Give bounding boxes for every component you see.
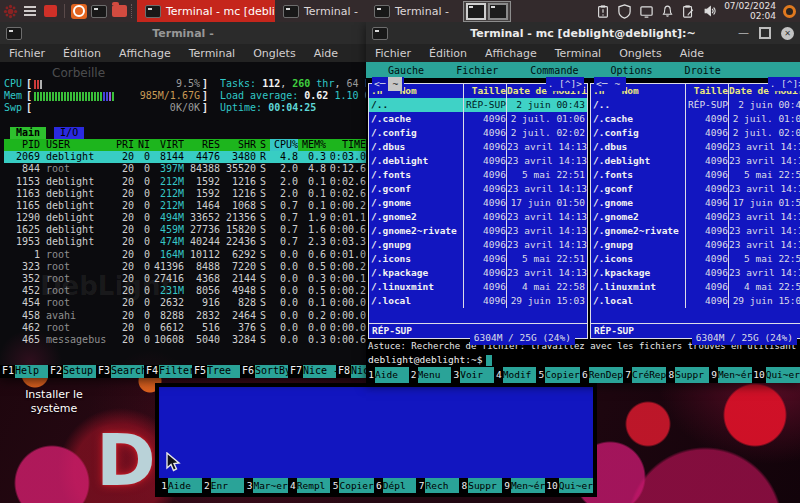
panel-path[interactable]: ~: [610, 77, 624, 91]
file-row[interactable]: /.dbus409623 avril 14:13: [591, 140, 800, 154]
menu-fichier[interactable]: Fichier: [456, 65, 498, 76]
workspace-1[interactable]: [466, 3, 486, 20]
process-row[interactable]: 352root2002741643682144S0.00.30:00.18: [4, 273, 366, 285]
file-row[interactable]: /.local409629 juin 15:03: [591, 294, 800, 308]
menu-affichage[interactable]: Affichage: [485, 47, 537, 60]
htop-tab-i/o[interactable]: I/O: [54, 127, 84, 139]
fkey-F5[interactable]: F5Tree: [192, 365, 240, 378]
menu-édition[interactable]: Édition: [63, 47, 101, 60]
fkey-F8[interactable]: F8Nice +: [336, 365, 366, 378]
volume-icon[interactable]: [702, 4, 717, 18]
file-row[interactable]: /.cache40962 juil. 01:06: [369, 112, 587, 126]
fkey-10[interactable]: 10Qui~er: [752, 367, 800, 383]
file-row[interactable]: /.gnome2409623 avril 14:13: [369, 210, 587, 224]
fkey-2[interactable]: 2Menu: [409, 367, 452, 383]
menu-aide[interactable]: Aide: [680, 47, 704, 60]
fkey-5[interactable]: 5Copier: [536, 367, 579, 383]
mc-command-line[interactable]: deblight@deblight:~$: [366, 353, 800, 367]
fkey-8[interactable]: 8Suppr: [666, 367, 709, 383]
menu-édition[interactable]: Édition: [429, 47, 467, 60]
fkey-F1[interactable]: F1Help: [0, 365, 48, 378]
htop-col-MEM%[interactable]: MEM%: [298, 139, 326, 151]
show-desktop-icon[interactable]: [40, 2, 60, 20]
file-row[interactable]: /.linuxmint40964 mai 22:58: [369, 280, 587, 294]
fkey-F3[interactable]: F3Search: [96, 365, 144, 378]
htop-col-CPU%[interactable]: CPU%: [270, 139, 298, 151]
titlebar-left[interactable]: Terminal -: [0, 22, 366, 44]
htop-col-SHR[interactable]: SHR: [220, 139, 256, 151]
menu-terminal[interactable]: Terminal: [555, 47, 602, 60]
file-row[interactable]: /..RÉP-SUP2 juin 00:43: [369, 98, 587, 112]
file-row[interactable]: /.fonts40965 mai 22:51: [591, 168, 800, 182]
htop-col-USER[interactable]: USER: [40, 139, 110, 151]
file-row[interactable]: /.deblight409623 avril 14:13: [591, 154, 800, 168]
process-row[interactable]: 454root2002632916828S0.00.10:00.00: [4, 297, 366, 309]
htop-col-TIME+[interactable]: TIME+: [326, 139, 366, 151]
menu-fichier[interactable]: Fichier: [375, 47, 411, 60]
panel-path-active[interactable]: ~: [388, 77, 402, 91]
process-row[interactable]: 1953deblight200474M4024422436S0.72.30:03…: [4, 236, 366, 248]
file-row[interactable]: /.gconf409623 avril 14:13: [591, 182, 800, 196]
file-row[interactable]: /.config40962 juil. 02:02: [591, 126, 800, 140]
clipboard-alert-icon[interactable]: [596, 4, 610, 19]
fkey-F6[interactable]: F6SortBy: [240, 365, 288, 378]
file-row[interactable]: /.linuxmint40964 mai 22:58: [591, 280, 800, 294]
bell-icon[interactable]: [661, 4, 674, 18]
process-row[interactable]: 465messagebus2001060850403284S0.00.30:00…: [4, 334, 366, 346]
titlebar-right[interactable]: Terminal - mc [deblight@deblight]:~ — ✕: [366, 22, 800, 44]
fkey-F2[interactable]: F2Setup: [48, 365, 96, 378]
fkey-10[interactable]: 10Qui~er: [545, 478, 593, 493]
fkey-4[interactable]: 4Rempl: [288, 478, 331, 493]
maximize-button[interactable]: [759, 27, 771, 39]
htop-col-NI[interactable]: NI: [134, 139, 150, 151]
file-row[interactable]: /..RÉP-SUP2 juin 00:43: [591, 98, 800, 112]
htop-column-header[interactable]: PIDUSERPRINIVIRTRESSHRSCPU%MEM%TIME+: [4, 139, 366, 151]
file-row[interactable]: /.fonts40965 mai 22:51: [369, 168, 587, 182]
menu-affichage[interactable]: Affichage: [119, 47, 171, 60]
menu-onglets[interactable]: Onglets: [253, 47, 295, 60]
process-row[interactable]: 1290deblight200494M3365221356S0.71.90:01…: [4, 212, 366, 224]
desktop-icon-installer[interactable]: Installer le système: [6, 388, 102, 416]
menu-gauche[interactable]: Gauche: [388, 65, 424, 76]
fkey-2[interactable]: 2Enr: [202, 478, 245, 493]
process-row[interactable]: 1153deblight200212M15921216S2.00.10:02.6…: [4, 176, 366, 188]
fkey-7[interactable]: 7CréRep: [623, 367, 666, 383]
htop-col-VIRT[interactable]: VIRT: [150, 139, 184, 151]
distro-menu-icon[interactable]: [0, 2, 20, 20]
session-icon[interactable]: [783, 5, 796, 18]
htop-tab-main[interactable]: Main: [10, 127, 46, 139]
fkey-5[interactable]: 5Copier: [330, 478, 373, 493]
file-row[interactable]: /.icons40965 mai 22:51: [369, 252, 587, 266]
taskbar-window-button[interactable]: Terminal - mc [debli...: [137, 0, 275, 22]
launcher-terminal-icon[interactable]: [89, 2, 109, 20]
launcher-files-icon[interactable]: [109, 2, 129, 20]
taskbar-window-button[interactable]: Terminal -: [366, 0, 457, 22]
file-row[interactable]: /.gnome2409623 avril 14:13: [591, 210, 800, 224]
taskbar-window-button[interactable]: Terminal -: [275, 0, 366, 22]
fkey-F7[interactable]: F7Nice -: [288, 365, 336, 378]
clock[interactable]: 07/02/2024 02:04: [724, 1, 776, 21]
htop-col-PID[interactable]: PID: [4, 139, 40, 151]
file-row[interactable]: /.kpackage409623 avril 14:13: [369, 266, 587, 280]
launcher-installer-icon[interactable]: [69, 2, 89, 20]
window-menu-icon[interactable]: [20, 2, 40, 20]
file-row[interactable]: /.gnome2~rivate409623 avril 14:13: [369, 224, 587, 238]
menu-options[interactable]: Options: [610, 65, 652, 76]
fkey-6[interactable]: 6RenDep: [580, 367, 623, 383]
file-row[interactable]: /.gnome409617 juin 01:50: [591, 196, 800, 210]
minimize-button[interactable]: —: [738, 30, 749, 36]
file-row[interactable]: /.dbus409623 avril 14:13: [369, 140, 587, 154]
file-row[interactable]: /.gnupg409623 avril 14:13: [591, 238, 800, 252]
clipboard-edit-icon[interactable]: [681, 4, 695, 19]
htop-col-PRI[interactable]: PRI: [110, 139, 134, 151]
process-row[interactable]: 1165deblight200212M14641068S0.70.10:00.2…: [4, 200, 366, 212]
file-row[interactable]: /.gnupg409623 avril 14:13: [369, 238, 587, 252]
fkey-1[interactable]: 1Aide: [159, 478, 202, 493]
fkey-F4[interactable]: F4Filter: [144, 365, 192, 378]
process-row[interactable]: 462root2006612516376S0.00.00:00.00: [4, 322, 366, 334]
file-row[interactable]: /.kpackage409623 avril 14:13: [591, 266, 800, 280]
display-icon[interactable]: [639, 4, 654, 19]
fkey-4[interactable]: 4Modif: [494, 367, 537, 383]
file-row[interactable]: /.gnome2~rivate409623 avril 14:13: [591, 224, 800, 238]
fkey-7[interactable]: 7Rech: [416, 478, 459, 493]
